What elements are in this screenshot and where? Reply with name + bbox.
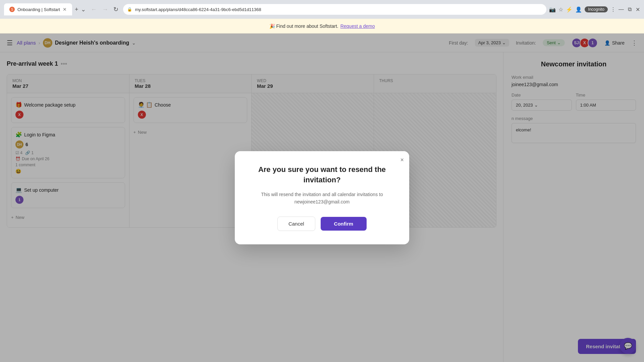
browser-actions: 📷 ☆ ⚡ 👤 Incognito ⋮ [549,6,616,13]
extension-icon: ⚡ [566,6,573,13]
window-size-controls[interactable]: — ⧉ ✕ [619,6,640,13]
url-text: my.softstart.app/plans/d48cca86-6224-4a3… [135,7,261,12]
nav-controls: ← → ↻ [89,4,120,14]
top-banner: 🎉 Find out more about Softstart. Request… [0,19,644,34]
window-controls: ⌄ [81,6,86,13]
tab-favicon: S [9,7,15,12]
modal-close-btn[interactable]: × [400,157,404,164]
more-browser-btn[interactable]: ⋮ [610,6,616,13]
incognito-badge: Incognito [585,6,608,12]
back-btn[interactable]: ← [89,5,99,14]
reload-btn[interactable]: ↻ [111,4,120,14]
browser-chrome: S Onboarding | Softstart ✕ + ⌄ ← → ↻ 🔒 m… [0,0,644,19]
modal-overlay: × Are you sure you want to resend the in… [0,34,644,362]
banner-link[interactable]: Request a demo [340,23,375,29]
modal-title: Are you sure you want to resend the invi… [251,165,393,185]
tab-close-btn[interactable]: ✕ [63,7,67,12]
confirm-btn[interactable]: Confirm [321,217,367,231]
modal-body: This will resend the invitation and all … [251,191,393,206]
camera-icon: 📷 [549,6,556,13]
address-bar[interactable]: 🔒 my.softstart.app/plans/d48cca86-6224-4… [123,4,546,15]
tab-title: Onboarding | Softstart [17,7,60,12]
star-icon[interactable]: ☆ [558,6,563,13]
lock-icon: 🔒 [127,7,132,12]
new-tab-btn[interactable]: + [75,6,78,13]
browser-tab[interactable]: S Onboarding | Softstart ✕ [4,3,72,15]
banner-text: 🎉 Find out more about Softstart. [269,23,338,29]
forward-btn[interactable]: → [100,5,110,14]
cancel-btn[interactable]: Cancel [277,217,315,231]
profile-icon: 👤 [575,6,582,13]
confirmation-modal: × Are you sure you want to resend the in… [235,151,409,244]
modal-actions: Cancel Confirm [251,217,393,231]
